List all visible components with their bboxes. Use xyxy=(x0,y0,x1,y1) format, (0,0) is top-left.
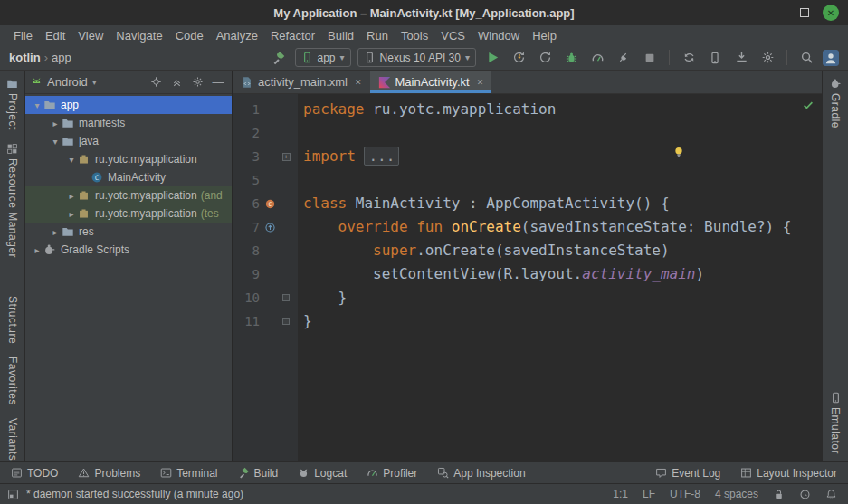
close-tab-icon[interactable]: ✕ xyxy=(477,78,484,87)
menu-code[interactable]: Code xyxy=(169,29,210,43)
tree-item-java[interactable]: ▾ java xyxy=(25,132,232,150)
tool-stripe-project[interactable]: Project xyxy=(6,78,19,130)
tree-item-app[interactable]: ▾ app xyxy=(25,96,232,114)
profiler-icon[interactable] xyxy=(587,48,607,68)
xml-file-icon xyxy=(241,76,253,89)
background-tasks-icon[interactable] xyxy=(799,489,811,500)
menu-help[interactable]: Help xyxy=(526,29,563,43)
locate-file-icon[interactable] xyxy=(148,74,164,90)
title-bar[interactable]: My Application – MainActivity.kt [My_App… xyxy=(0,0,848,25)
encoding-indicator[interactable]: UTF-8 xyxy=(670,488,700,500)
tool-button-terminal[interactable]: Terminal xyxy=(160,467,217,480)
chevron-collapsed-icon[interactable]: ▸ xyxy=(65,209,78,219)
debug-icon[interactable] xyxy=(561,48,581,68)
tab-mainactivity-kt[interactable]: MainActivity.kt ✕ xyxy=(370,71,492,93)
lock-icon[interactable] xyxy=(773,489,785,500)
folded-region[interactable]: ... xyxy=(364,147,399,166)
attach-debugger-icon[interactable] xyxy=(614,48,634,68)
class-gutter-icon[interactable] xyxy=(264,198,276,210)
avd-manager-icon[interactable] xyxy=(705,48,725,68)
apply-code-changes-icon[interactable] xyxy=(535,48,555,68)
menu-navigate[interactable]: Navigate xyxy=(110,29,168,43)
event-log-icon xyxy=(655,467,667,479)
notifications-bell-icon[interactable] xyxy=(825,489,837,500)
tool-button-problems[interactable]: Problems xyxy=(78,467,140,480)
tree-item-package-androidtest[interactable]: ▸ ru.yotc.myapplication (and xyxy=(25,186,232,204)
chevron-expanded-icon[interactable]: ▾ xyxy=(65,155,78,165)
panel-settings-gear-icon[interactable] xyxy=(189,74,205,90)
tree-item-package-test[interactable]: ▸ ru.yotc.myapplication (tes xyxy=(25,204,232,223)
fold-expand-icon[interactable]: + xyxy=(282,153,291,161)
tool-stripe-gradle[interactable]: Gradle xyxy=(829,78,842,128)
indent-indicator[interactable]: 4 spaces xyxy=(715,488,758,500)
tool-stripe-favorites[interactable]: Favorites xyxy=(6,357,19,405)
tool-button-event-log[interactable]: Event Log xyxy=(655,467,720,480)
close-button[interactable]: ✕ xyxy=(823,5,839,21)
chevron-collapsed-icon[interactable]: ▸ xyxy=(31,245,43,255)
tree-item-gradle-scripts[interactable]: ▸ Gradle Scripts xyxy=(25,241,232,259)
menu-tools[interactable]: Tools xyxy=(395,29,434,43)
build-hammer-icon[interactable] xyxy=(269,48,289,68)
tree-item-mainactivity[interactable]: MainActivity xyxy=(25,168,232,186)
minimize-button[interactable]: – xyxy=(779,8,786,17)
intention-bulb-icon[interactable] xyxy=(672,146,685,158)
code-line: import ... xyxy=(303,145,822,168)
chevron-expanded-icon[interactable]: ▾ xyxy=(49,137,62,147)
tree-item-res[interactable]: ▸ res xyxy=(25,223,232,241)
apply-changes-icon[interactable] xyxy=(509,48,529,68)
fold-end-icon[interactable] xyxy=(282,294,290,301)
sync-project-icon[interactable] xyxy=(679,48,699,68)
tool-stripe-resource-manager[interactable]: Resource Manager xyxy=(6,143,19,258)
tool-button-todo[interactable]: TODO xyxy=(11,467,58,480)
project-view-select[interactable]: Android xyxy=(47,75,88,89)
tool-button-logcat[interactable]: Logcat xyxy=(298,467,347,480)
collapse-all-icon[interactable] xyxy=(168,74,185,90)
tree-item-package-main[interactable]: ▾ ru.yotc.myapplication xyxy=(25,150,232,168)
tab-activity-main-xml[interactable]: activity_main.xml ✕ xyxy=(233,71,370,93)
code-line xyxy=(303,121,822,145)
menu-run[interactable]: Run xyxy=(360,29,395,43)
hide-panel-icon[interactable]: — xyxy=(210,74,226,90)
menu-view[interactable]: View xyxy=(71,29,110,43)
profile-avatar-icon[interactable] xyxy=(823,50,839,66)
menu-edit[interactable]: Edit xyxy=(39,29,71,43)
tool-button-app-inspection[interactable]: App Inspection xyxy=(437,467,525,480)
tool-button-layout-inspector[interactable]: Layout Inspector xyxy=(740,467,837,480)
tool-window-switcher-icon[interactable] xyxy=(7,489,19,500)
run-configuration-select[interactable]: app ▾ xyxy=(295,48,351,67)
menu-vcs[interactable]: VCS xyxy=(434,29,472,43)
maximize-button[interactable] xyxy=(800,8,809,17)
chevron-collapsed-icon[interactable]: ▸ xyxy=(65,191,78,201)
search-everywhere-icon[interactable] xyxy=(796,48,816,68)
menu-refactor[interactable]: Refactor xyxy=(264,29,321,43)
fold-end-icon[interactable] xyxy=(282,318,290,325)
chevron-expanded-icon[interactable]: ▾ xyxy=(31,100,43,110)
settings-gear-icon[interactable] xyxy=(757,48,777,68)
chevron-collapsed-icon[interactable]: ▸ xyxy=(49,227,62,237)
menu-bar: File Edit View Navigate Code Analyze Ref… xyxy=(0,25,848,45)
menu-window[interactable]: Window xyxy=(472,29,526,43)
menu-file[interactable]: File xyxy=(7,29,39,43)
menu-build[interactable]: Build xyxy=(321,29,360,43)
run-icon[interactable] xyxy=(482,48,502,68)
chevron-collapsed-icon[interactable]: ▸ xyxy=(49,119,62,128)
code-editor[interactable]: 1 2 3+ 5 6 7 8 9 10 11 package ru.yotc.m… xyxy=(233,94,822,461)
tool-button-profiler[interactable]: Profiler xyxy=(367,467,417,480)
caret-position[interactable]: 1:1 xyxy=(613,488,628,500)
breadcrumb-module[interactable]: kotlin xyxy=(9,51,41,64)
sdk-manager-icon[interactable] xyxy=(731,48,751,68)
close-tab-icon[interactable]: ✕ xyxy=(355,78,362,87)
tool-stripe-variants[interactable]: Variants xyxy=(6,418,19,461)
breadcrumb-target[interactable]: app xyxy=(52,51,71,64)
device-select[interactable]: Nexus 10 API 30 ▾ xyxy=(357,48,476,67)
tool-button-build[interactable]: Build xyxy=(238,467,279,480)
tool-stripe-structure[interactable]: Structure xyxy=(6,296,19,344)
tool-stripe-emulator[interactable]: Emulator xyxy=(829,392,842,454)
stop-icon[interactable] xyxy=(640,48,660,68)
menu-analyze[interactable]: Analyze xyxy=(210,29,264,43)
tree-item-label: MainActivity xyxy=(108,171,166,184)
overriding-method-icon[interactable] xyxy=(264,222,276,233)
line-separator-indicator[interactable]: LF xyxy=(643,488,655,500)
tree-item-manifests[interactable]: ▸ manifests xyxy=(25,114,232,132)
inspections-ok-icon[interactable] xyxy=(802,99,815,111)
